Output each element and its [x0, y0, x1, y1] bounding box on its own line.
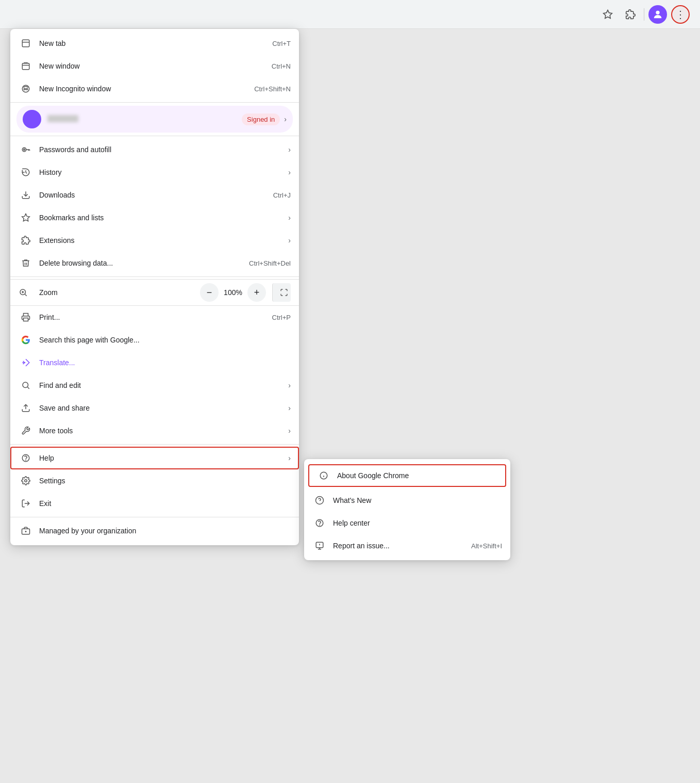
help-icon [19, 453, 33, 463]
help-center-label: Help center [333, 519, 502, 527]
help-center-icon [312, 518, 327, 528]
managed-icon [19, 526, 33, 535]
menu-item-downloads[interactable]: Downloads Ctrl+J [10, 184, 299, 206]
find-edit-arrow: › [288, 381, 291, 389]
settings-icon [19, 476, 33, 485]
menu-item-new-window[interactable]: New window Ctrl+N [10, 55, 299, 77]
divider-2 [10, 136, 299, 136]
print-shortcut: Ctrl+P [272, 314, 291, 321]
menu-item-help[interactable]: Help › [10, 447, 299, 469]
zoom-value: 100% [221, 288, 245, 297]
translate-icon [19, 358, 33, 367]
help-item-report-issue[interactable]: Report an issue... Alt+Shift+I [304, 534, 510, 557]
more-tools-label: More tools [39, 427, 284, 435]
exit-label: Exit [39, 499, 291, 508]
incognito-icon [19, 84, 33, 93]
help-submenu: About Google Chrome What's New Help cent… [304, 459, 510, 560]
svg-rect-2 [22, 40, 29, 47]
help-label: Help [39, 454, 284, 462]
zoom-minus-button[interactable]: − [200, 283, 219, 302]
profile-row[interactable]: Signed in › [16, 106, 293, 133]
svg-marker-0 [604, 10, 612, 18]
signed-in-badge: Signed in [242, 113, 280, 125]
menu-item-incognito[interactable]: New Incognito window Ctrl+Shift+N [10, 77, 299, 100]
extensions-arrow: › [288, 236, 291, 244]
more-tools-arrow: › [288, 427, 291, 435]
help-item-whats-new[interactable]: What's New [304, 489, 510, 512]
svg-line-16 [25, 294, 26, 296]
zoom-label: Zoom [39, 288, 200, 297]
svg-point-20 [23, 382, 28, 388]
new-window-label: New window [39, 62, 272, 70]
passwords-icon [19, 145, 33, 154]
menu-item-history[interactable]: History › [10, 161, 299, 184]
svg-point-25 [25, 480, 27, 482]
find-edit-icon [19, 381, 33, 390]
passwords-label: Passwords and autofill [39, 145, 284, 154]
divider-3 [10, 276, 299, 277]
search-page-label: Search this page with Google... [39, 336, 291, 344]
report-issue-shortcut: Alt+Shift+I [471, 542, 502, 550]
delete-data-icon [19, 258, 33, 268]
menu-item-extensions[interactable]: Extensions › [10, 229, 299, 252]
print-icon [19, 313, 33, 322]
new-window-shortcut: Ctrl+N [272, 62, 291, 70]
menu-item-exit[interactable]: Exit [10, 492, 299, 515]
help-arrow: › [288, 454, 291, 462]
divider-1 [10, 102, 299, 103]
menu-item-print[interactable]: Print... Ctrl+P [10, 306, 299, 329]
find-edit-label: Find and edit [39, 381, 284, 389]
zoom-row: Zoom − 100% + [10, 279, 299, 306]
svg-marker-14 [22, 214, 30, 221]
whats-new-icon [312, 496, 327, 505]
menu-item-translate[interactable]: Translate... [10, 351, 299, 374]
svg-point-35 [320, 525, 320, 525]
bookmarks-icon [19, 213, 33, 222]
divider-4 [10, 444, 299, 445]
help-item-help-center[interactable]: Help center [304, 512, 510, 534]
save-share-icon [19, 403, 33, 413]
delete-data-shortcut: Ctrl+Shift+Del [249, 259, 291, 267]
menu-item-save-share[interactable]: Save and share › [10, 397, 299, 419]
menu-item-managed: Managed by your organization [10, 519, 299, 542]
zoom-plus-button[interactable]: + [247, 283, 266, 302]
menu-item-delete-data[interactable]: Delete browsing data... Ctrl+Shift+Del [10, 252, 299, 274]
profile-arrow: › [284, 115, 287, 123]
menu-item-search-page[interactable]: Search this page with Google... [10, 329, 299, 351]
history-icon [19, 168, 33, 177]
bookmark-icon[interactable] [598, 5, 617, 24]
exit-icon [19, 499, 33, 508]
translate-label: Translate... [39, 358, 291, 367]
svg-rect-19 [24, 318, 28, 321]
new-tab-label: New tab [39, 39, 272, 47]
report-issue-icon [312, 541, 327, 550]
svg-point-24 [26, 460, 26, 460]
about-chrome-icon [316, 471, 331, 480]
more-tools-icon [19, 426, 33, 435]
profile-avatar[interactable] [648, 5, 667, 24]
menu-item-passwords[interactable]: Passwords and autofill › [10, 138, 299, 161]
whats-new-label: What's New [333, 496, 502, 504]
menu-item-more-tools[interactable]: More tools › [10, 419, 299, 442]
help-item-about-chrome[interactable]: About Google Chrome [308, 464, 506, 487]
history-arrow: › [288, 168, 291, 176]
menu-item-find-edit[interactable]: Find and edit › [10, 374, 299, 397]
browser-toolbar: ⋮ [0, 0, 700, 29]
menu-item-bookmarks[interactable]: Bookmarks and lists › [10, 206, 299, 229]
blurred-name [47, 115, 78, 122]
extension-icon[interactable] [621, 5, 640, 24]
main-menu-panel: New tab Ctrl+T New window Ctrl+N [10, 29, 299, 545]
zoom-icon [19, 288, 33, 297]
new-window-icon [19, 61, 33, 71]
zoom-controls: − 100% + [200, 283, 291, 302]
menu-item-new-tab[interactable]: New tab Ctrl+T [10, 32, 299, 55]
print-label: Print... [39, 313, 272, 321]
save-share-arrow: › [288, 404, 291, 412]
extensions-icon [19, 236, 33, 245]
svg-point-1 [656, 10, 659, 14]
downloads-icon [19, 190, 33, 200]
more-menu-button[interactable]: ⋮ [671, 5, 690, 24]
profile-name [47, 115, 242, 124]
zoom-fullscreen-button[interactable] [272, 283, 291, 302]
menu-item-settings[interactable]: Settings [10, 469, 299, 492]
